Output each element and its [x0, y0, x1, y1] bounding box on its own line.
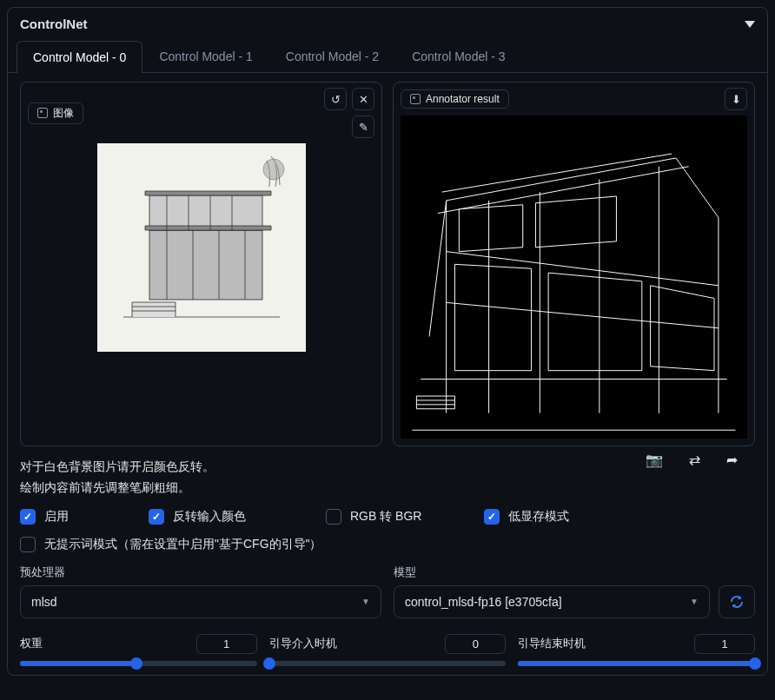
tab-model-1[interactable]: Control Model - 1: [142, 40, 268, 72]
preprocessor-label: 预处理器: [20, 565, 381, 580]
preprocessor-select[interactable]: mlsd ▼: [20, 585, 381, 618]
checkbox-icon: [20, 509, 36, 525]
camera-icon[interactable]: 📷: [646, 452, 663, 468]
input-canvas[interactable]: [21, 143, 381, 446]
tabs: Control Model - 0 Control Model - 1 Cont…: [8, 40, 767, 73]
guidance-start-value[interactable]: 0: [445, 634, 506, 654]
checkbox-icon: [20, 537, 36, 552]
rgb2bgr-checkbox[interactable]: RGB 转 BGR: [326, 509, 421, 525]
lowvram-checkbox[interactable]: 低显存模式: [484, 509, 569, 525]
controlnet-panel: ControlNet Control Model - 0 Control Mod…: [7, 7, 768, 676]
model-select[interactable]: control_mlsd-fp16 [e3705cfa] ▼: [394, 585, 710, 618]
model-label: 模型: [394, 565, 755, 580]
refresh-models-button[interactable]: [719, 585, 755, 618]
chevron-down-icon: ▼: [690, 597, 699, 606]
svg-rect-2: [149, 195, 262, 230]
tab-content: 图像 ↺ ✕ ✎: [8, 73, 767, 675]
weight-label: 权重: [20, 636, 43, 651]
enable-checkbox[interactable]: 启用: [20, 509, 69, 525]
svg-rect-1: [149, 230, 262, 300]
tab-model-2[interactable]: Control Model - 2: [269, 40, 395, 72]
send-icon[interactable]: ➦: [726, 452, 738, 468]
input-image-label: 图像: [28, 102, 83, 124]
collapse-icon[interactable]: [745, 21, 755, 28]
annotator-result-box: Annotator result ⬇: [393, 82, 755, 446]
hint-text: 对于白色背景图片请开启颜色反转。 绘制内容前请先调整笔刷粗细。: [20, 457, 215, 499]
tab-model-3[interactable]: Control Model - 3: [395, 40, 521, 72]
noprompt-checkbox[interactable]: 无提示词模式（需在设置中启用"基于CFG的引导"）: [20, 537, 322, 552]
input-sketch-image: [97, 143, 306, 352]
clear-button[interactable]: ✕: [352, 88, 374, 110]
input-image-box[interactable]: 图像 ↺ ✕ ✎: [20, 82, 382, 446]
download-button[interactable]: ⬇: [725, 88, 747, 110]
chevron-down-icon: ▼: [361, 597, 370, 606]
guidance-end-label: 引导结束时机: [518, 636, 586, 651]
invert-checkbox[interactable]: 反转输入颜色: [149, 509, 246, 525]
guidance-end-slider[interactable]: [518, 661, 755, 666]
refresh-icon: [729, 594, 745, 610]
draw-button[interactable]: ✎: [352, 116, 374, 138]
checkbox-icon: [484, 509, 500, 525]
weight-value[interactable]: 1: [196, 634, 257, 654]
svg-point-11: [263, 159, 284, 180]
panel-header[interactable]: ControlNet: [8, 8, 767, 40]
guidance-start-label: 引导介入时机: [269, 636, 337, 651]
tab-model-0[interactable]: Control Model - 0: [17, 41, 142, 73]
image-icon: [410, 94, 421, 104]
panel-title: ControlNet: [20, 17, 88, 31]
annotator-canvas: [394, 116, 754, 446]
image-icon: [37, 108, 48, 118]
checkbox-icon: [326, 509, 341, 525]
swap-icon[interactable]: ⇄: [689, 452, 700, 468]
annotator-line-image: [401, 116, 747, 439]
weight-slider[interactable]: [20, 661, 257, 666]
undo-button[interactable]: ↺: [324, 88, 347, 110]
guidance-start-slider[interactable]: [269, 661, 507, 666]
checkbox-icon: [149, 509, 164, 525]
annotator-label: Annotator result: [401, 89, 509, 109]
guidance-end-value[interactable]: 1: [694, 634, 755, 654]
